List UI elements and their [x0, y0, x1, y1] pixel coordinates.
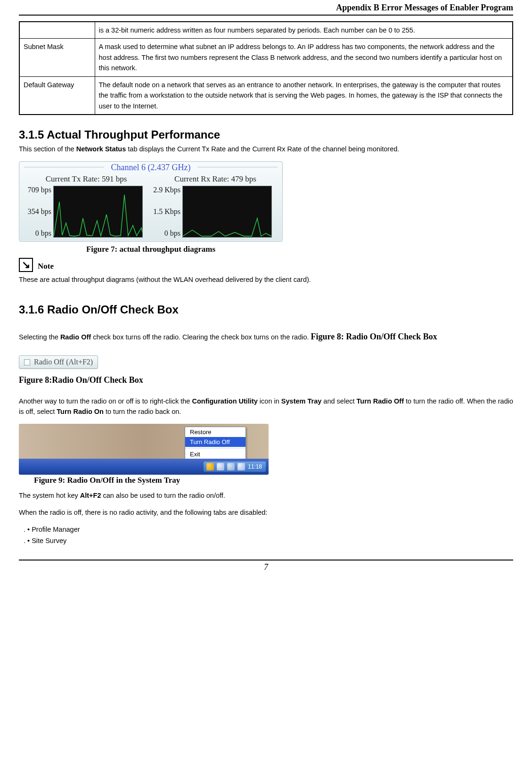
- list-item: . • Site Survey: [24, 536, 513, 546]
- tx-plot: [53, 186, 143, 238]
- note-block: ↘ Note: [19, 258, 513, 272]
- channel-label: Channel 6 (2.437 GHz): [22, 162, 279, 173]
- figure-9-caption: Figure 9: Radio On/Off in the System Tra…: [34, 476, 513, 485]
- y-tick: 2.9 Kbps: [152, 186, 180, 194]
- section-315-intro: This section of the Network Status tab d…: [19, 144, 513, 155]
- term-cell: [19, 22, 95, 39]
- rx-plot: [182, 186, 272, 238]
- section-316-p1: Selecting the Radio Off check box turns …: [19, 328, 513, 346]
- table-row: Default Gateway The default node on a ne…: [19, 76, 513, 115]
- figure-7-caption: Figure 7: actual throughput diagrams: [19, 245, 283, 254]
- throughput-panel: Channel 6 (2.437 GHz) Current Tx Rate: 5…: [19, 161, 283, 242]
- desc-cell: is a 32-bit numeric address written as f…: [95, 22, 513, 39]
- hotkey-text: The system hot key Alt+F2 can also be us…: [19, 491, 513, 501]
- page-number: 7: [19, 560, 513, 586]
- table-row: Subnet Mask A mask used to determine wha…: [19, 39, 513, 76]
- term-cell: Default Gateway: [19, 76, 95, 115]
- text: and select: [321, 397, 356, 405]
- text: to turn the radio back on.: [104, 408, 181, 415]
- y-tick: 354 bps: [23, 207, 51, 216]
- taskbar: 11:18: [19, 459, 269, 475]
- network-icon[interactable]: [217, 463, 224, 470]
- figure-8-caption: Figure 8:Radio On/Off Check Box: [19, 375, 513, 385]
- definitions-table: is a 32-bit numeric address written as f…: [19, 21, 513, 115]
- rx-y-axis: 2.9 Kbps 1.5 Kbps 0 bps: [152, 186, 182, 238]
- clock[interactable]: 11:18: [248, 463, 262, 470]
- tray-context-menu[interactable]: Restore Turn Radio Off Exit: [185, 427, 246, 460]
- volume-icon[interactable]: [227, 463, 235, 470]
- menu-item-turn-radio-off[interactable]: Turn Radio Off: [185, 437, 246, 447]
- radio-off-checkbox[interactable]: Radio Off (Alt+F2): [19, 355, 98, 369]
- menu-separator: [185, 448, 246, 448]
- checkbox-icon[interactable]: [24, 359, 30, 365]
- section-316-heading: 3.1.6 Radio On/Off Check Box: [19, 303, 513, 316]
- tx-rate-label: Current Tx Rate: 591 bps: [23, 173, 149, 186]
- bold-text: Turn Radio Off: [357, 397, 404, 405]
- bold-text: Network Status: [76, 145, 126, 153]
- radio-off-label: Radio Off (Alt+F2): [34, 358, 93, 366]
- text: This section of the: [19, 145, 76, 153]
- text: tab displays the Current Tx Rate and the…: [126, 145, 399, 153]
- appendix-header: Appendix B Error Messages of Enabler Pro…: [19, 0, 513, 16]
- bold-text: System Tray: [281, 397, 321, 405]
- table-row: is a 32-bit numeric address written as f…: [19, 22, 513, 39]
- notification-area[interactable]: 11:18: [204, 462, 266, 472]
- note-text: These are actual throughput diagrams (wi…: [19, 275, 513, 285]
- note-label: Note: [38, 262, 54, 272]
- section-316-p2: Another way to turn the radio on or off …: [19, 396, 513, 417]
- desc-cell: A mask used to determine what subnet an …: [95, 39, 513, 76]
- text: can also be used to turn the radio on/of…: [101, 492, 225, 499]
- tx-graph: Current Tx Rate: 591 bps 709 bps 354 bps…: [23, 173, 149, 238]
- figure-8-ref: Figure 8: Radio On/Off Check Box: [311, 332, 437, 341]
- section-315-heading: 3.1.5 Actual Throughput Performance: [19, 128, 513, 141]
- menu-item-restore[interactable]: Restore: [185, 427, 246, 437]
- bold-text: Turn Radio On: [57, 408, 104, 415]
- disabled-tabs-intro: When the radio is off, there is no radio…: [19, 508, 513, 518]
- system-tray-screenshot: Restore Turn Radio Off Exit 11:18: [19, 424, 269, 475]
- y-tick: 0 bps: [152, 229, 180, 238]
- text: icon in: [258, 397, 281, 405]
- rx-rate-label: Current Rx Rate: 479 bps: [152, 173, 278, 186]
- y-tick: 709 bps: [23, 186, 51, 194]
- bold-text: Configuration Utility: [192, 397, 257, 405]
- term-cell: Subnet Mask: [19, 39, 95, 76]
- note-icon: ↘: [19, 258, 33, 272]
- bold-text: Radio Off: [60, 333, 91, 341]
- tx-y-axis: 709 bps 354 bps 0 bps: [23, 186, 53, 238]
- text: The system hot key: [19, 492, 80, 499]
- rx-graph: Current Rx Rate: 479 bps 2.9 Kbps 1.5 Kb…: [152, 173, 278, 238]
- text: Another way to turn the radio on or off …: [19, 397, 192, 405]
- wifi-icon[interactable]: [237, 463, 245, 470]
- text: check box turns off the radio. Clearing …: [91, 333, 311, 341]
- y-tick: 0 bps: [23, 229, 51, 238]
- shield-icon[interactable]: [206, 463, 214, 470]
- desc-cell: The default node on a network that serve…: [95, 76, 513, 115]
- menu-item-exit[interactable]: Exit: [185, 449, 246, 459]
- list-item: . • Profile Manager: [24, 524, 513, 535]
- bold-text: Alt+F2: [80, 492, 101, 499]
- y-tick: 1.5 Kbps: [152, 207, 180, 216]
- text: Selecting the: [19, 333, 60, 341]
